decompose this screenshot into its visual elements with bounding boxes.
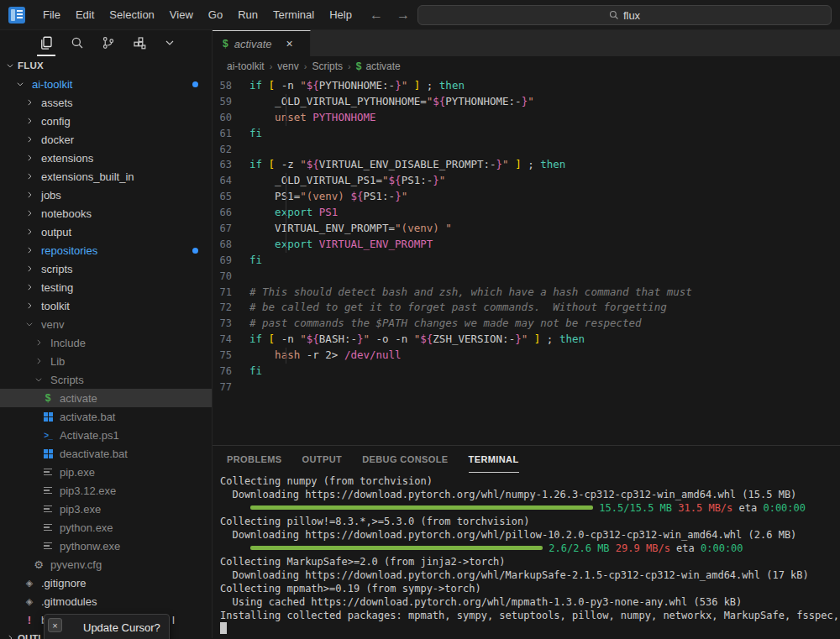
breadcrumb[interactable]: ai-toolkit›venv›Scripts›$activate [213,56,840,76]
command-center-search[interactable]: flux [417,5,832,25]
code-line-65[interactable]: 65 PS1="(venv) ${PS1:-}" [213,189,840,205]
code-line-70[interactable]: 70 [213,269,840,285]
chevron-right-icon [6,634,14,639]
line-number: 70 [213,269,249,285]
code-line-73[interactable]: 73# past commands the $PATH changes we m… [213,316,840,332]
tree-folder-repositories[interactable]: repositories [0,241,212,259]
chevron-right-icon [23,191,36,199]
terminal-line: 15.5/15.5 MB 31.5 MB/s eta 0:00:00 [220,501,840,515]
code-line-58[interactable]: 58if [ -n "${PYTHONHOME:-}" ] ; then [213,78,840,94]
tree-file-pip3.12.exe[interactable]: pip3.12.exe [0,481,212,500]
tab-strip: $ activate × [213,30,840,56]
tree-folder-testing[interactable]: testing [0,278,212,296]
code-line-76[interactable]: 76fi [213,364,840,380]
tree-folder-Lib[interactable]: Lib [0,352,212,370]
close-icon[interactable]: × [286,37,293,50]
menu-run[interactable]: Run [230,5,265,24]
tab-label: activate [234,38,272,50]
code-line-66[interactable]: 66 export PS1 [213,205,840,221]
tree-file-Activate.ps1[interactable]: >_Activate.ps1 [0,426,212,444]
menu-view[interactable]: View [162,5,201,24]
tree-folder-jobs[interactable]: jobs [0,186,212,204]
tree-file-pythonw.exe[interactable]: pythonw.exe [0,537,212,555]
chevron-right-icon [23,246,36,254]
code-line-64[interactable]: 64 _OLD_VIRTUAL_PS1="${PS1:-}" [213,173,840,189]
code-line-59[interactable]: 59 _OLD_VIRTUAL_PYTHONHOME="${PYTHONHOME… [213,94,840,110]
tab-activate[interactable]: $ activate × [213,30,311,56]
search-icon[interactable] [68,30,87,56]
tree-folder-Include[interactable]: Include [0,333,212,352]
line-number: 68 [213,237,249,253]
binary-icon [41,505,55,513]
chevron-right-icon: › [348,61,351,71]
tree-folder-notebooks[interactable]: notebooks [0,204,212,223]
menu-terminal[interactable]: Terminal [265,5,322,24]
line-number: 58 [213,78,249,94]
update-notification[interactable]: × Update Cursor? [44,614,170,639]
chevron-down-icon [32,375,45,384]
code-line-74[interactable]: 74if [ -n "${BASH:-}" -o -n "${ZSH_VERSI… [213,332,840,348]
extensions-icon[interactable] [130,30,149,56]
tree-folder-docker[interactable]: docker [0,130,212,149]
explorer-icon[interactable] [37,30,55,56]
tree-file-python.exe[interactable]: python.exe [0,518,212,537]
tree-folder-toolkit[interactable]: toolkit [0,296,212,315]
panel-tab-terminal[interactable]: TERMINAL [469,446,519,473]
menu-edit[interactable]: Edit [68,5,102,24]
forward-arrow-icon[interactable]: → [395,8,412,23]
code-line-63[interactable]: 63if [ -z "${VIRTUAL_ENV_DISABLE_PROMPT:… [213,157,840,173]
editor-group: $ activate × ai-toolkit›venv›Scripts›$ac… [213,30,840,638]
panel-tab-output[interactable]: OUTPUT [302,446,343,473]
terminal[interactable]: Collecting numpy (from torchvision) Down… [213,473,840,638]
panel-tab-debug-console[interactable]: DEBUG CONSOLE [362,446,448,473]
panel-tab-problems[interactable]: PROBLEMS [227,446,282,473]
tree-folder-assets[interactable]: assets [0,93,212,112]
code-line-75[interactable]: 75 hash -r 2> /dev/null [213,348,840,364]
tree-folder-config[interactable]: config [0,112,212,130]
tree-file-activate[interactable]: $activate [0,389,212,407]
chevron-right-icon [23,117,36,125]
code-line-71[interactable]: 71# This should detect bash and zsh, whi… [213,285,840,301]
code-line-72[interactable]: 72# be called to get it to forget past c… [213,300,840,316]
tree-folder-output[interactable]: output [0,223,212,241]
code-line-60[interactable]: 60 unset PYTHONHOME [213,110,840,126]
code-line-62[interactable]: 62 [213,142,840,158]
tree-folder-venv[interactable]: venv [0,315,212,333]
breadcrumb-item[interactable]: venv [277,60,298,72]
tree-folder-extensions_built_in[interactable]: extensions_built_in [0,167,212,186]
tree-file-pip.exe[interactable]: pip.exe [0,463,212,481]
tree-file-pip3.exe[interactable]: pip3.exe [0,500,212,518]
tree-folder-ai-toolkit[interactable]: ai-toolkit [0,75,212,93]
tree-file-pyvenv.cfg[interactable]: ⚙pyvenv.cfg [0,555,212,574]
line-number: 76 [213,364,249,380]
line-number: 59 [213,94,249,110]
explorer-section-header[interactable]: FLUX [0,56,212,75]
menu-go[interactable]: Go [201,5,230,24]
code-line-61[interactable]: 61fi [213,126,840,142]
tree-folder-Scripts[interactable]: Scripts [0,370,212,389]
menu-selection[interactable]: Selection [102,5,161,24]
tree-file-deactivate.bat[interactable]: deactivate.bat [0,444,212,463]
code-line-69[interactable]: 69fi [213,253,840,269]
tree-file-.gitignore[interactable]: ◈.gitignore [0,574,212,592]
code-editor[interactable]: 58if [ -n "${PYTHONHOME:-}" ] ; then59 _… [213,76,840,445]
code-line-77[interactable]: 77 [213,380,840,395]
breadcrumb-item[interactable]: Scripts [312,60,343,72]
tree-file-.gitmodules[interactable]: ◈.gitmodules [0,592,212,610]
diamond-icon: ◈ [23,578,36,589]
code-line-68[interactable]: 68 export VIRTUAL_ENV_PROMPT [213,237,840,253]
source-control-icon[interactable] [99,30,118,56]
chevron-right-icon [32,357,45,365]
menu-help[interactable]: Help [322,5,360,24]
chevron-down-icon[interactable] [161,30,178,56]
breadcrumb-item[interactable]: $activate [356,60,401,72]
line-number: 61 [213,126,249,142]
code-line-67[interactable]: 67 VIRTUAL_ENV_PROMPT="(venv) " [213,221,840,237]
menu-file[interactable]: File [35,5,68,24]
breadcrumb-item[interactable]: ai-toolkit [227,60,265,72]
tree-folder-extensions[interactable]: extensions [0,149,212,167]
tree-file-activate.bat[interactable]: activate.bat [0,407,212,426]
close-icon[interactable]: × [48,618,62,632]
back-arrow-icon[interactable]: ← [368,8,385,23]
tree-folder-scripts[interactable]: scripts [0,259,212,278]
